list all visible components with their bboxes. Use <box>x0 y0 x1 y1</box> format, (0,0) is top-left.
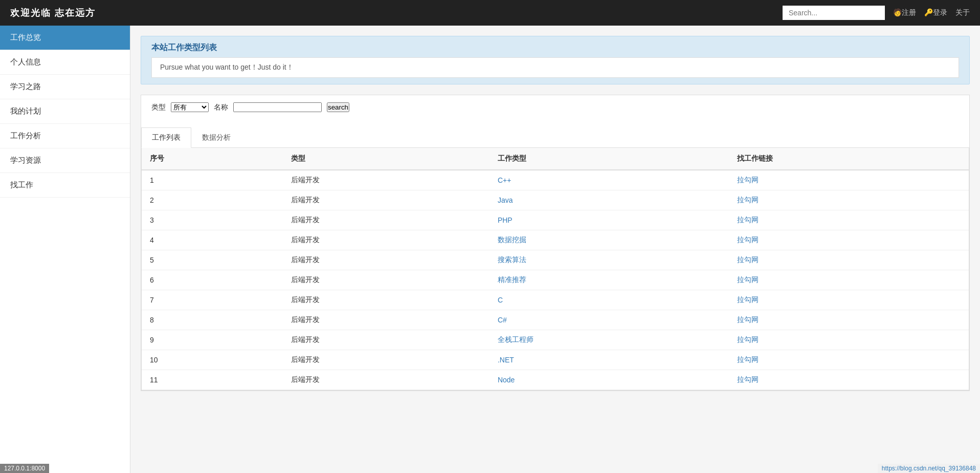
cell-category: 后端开发 <box>283 210 489 230</box>
type-label: 类型 <box>151 103 166 112</box>
cell-job-type[interactable]: Node <box>489 370 729 390</box>
cell-id: 1 <box>142 170 283 190</box>
cell-link[interactable]: 拉勾网 <box>729 230 969 250</box>
cell-id: 5 <box>142 250 283 270</box>
cell-id: 3 <box>142 210 283 230</box>
cell-id: 7 <box>142 290 283 310</box>
sidebar-item-work-overview[interactable]: 工作总览 <box>0 26 130 50</box>
sidebar-item-personal-info[interactable]: 个人信息 <box>0 50 130 75</box>
table-row: 4 后端开发 数据挖掘 拉勾网 <box>142 230 969 250</box>
table-row: 5 后端开发 搜索算法 拉勾网 <box>142 250 969 270</box>
cell-job-type[interactable]: 精准推荐 <box>489 270 729 290</box>
cell-link[interactable]: 拉勾网 <box>729 310 969 330</box>
cell-id: 10 <box>142 350 283 370</box>
cell-id: 8 <box>142 310 283 330</box>
cell-category: 后端开发 <box>283 270 489 290</box>
tab-data-analysis[interactable]: 数据分析 <box>191 127 241 148</box>
table-row: 11 后端开发 Node 拉勾网 <box>142 370 969 390</box>
table-row: 3 后端开发 PHP 拉勾网 <box>142 210 969 230</box>
table-container: 序号 类型 工作类型 找工作链接 1 后端开发 C++ 拉勾网 2 后端开发 J… <box>141 148 969 391</box>
table-header-row: 序号 类型 工作类型 找工作链接 <box>142 148 969 170</box>
table-row: 1 后端开发 C++ 拉勾网 <box>142 170 969 190</box>
cell-link[interactable]: 拉勾网 <box>729 290 969 310</box>
sidebar-item-learning-path[interactable]: 学习之路 <box>0 75 130 99</box>
page-banner-subtitle: Pursue what you want to get！Just do it！ <box>151 57 959 78</box>
cell-link[interactable]: 拉勾网 <box>729 330 969 350</box>
cell-link[interactable]: 拉勾网 <box>729 170 969 190</box>
tabs: 工作列表 数据分析 <box>141 127 969 148</box>
name-label: 名称 <box>214 103 228 112</box>
cell-category: 后端开发 <box>283 310 489 330</box>
cell-category: 后端开发 <box>283 330 489 350</box>
page-banner: 本站工作类型列表 Pursue what you want to get！Jus… <box>141 36 970 84</box>
type-select[interactable]: 所有 后端开发 前端开发 移动开发 数据分析 <box>171 102 209 112</box>
cell-job-type[interactable]: C# <box>489 310 729 330</box>
cell-link[interactable]: 拉勾网 <box>729 270 969 290</box>
cell-link[interactable]: 拉勾网 <box>729 350 969 370</box>
table-row: 2 后端开发 Java 拉勾网 <box>142 190 969 210</box>
page-banner-title: 本站工作类型列表 <box>151 42 959 53</box>
job-table: 序号 类型 工作类型 找工作链接 1 后端开发 C++ 拉勾网 2 后端开发 J… <box>142 148 969 390</box>
cell-category: 后端开发 <box>283 290 489 310</box>
about-button[interactable]: 关于 <box>955 8 970 17</box>
sidebar-item-work-analysis[interactable]: 工作分析 <box>0 124 130 148</box>
search-panel: 类型 所有 后端开发 前端开发 移动开发 数据分析 名称 search 工作列表… <box>141 95 970 391</box>
col-job-type: 工作类型 <box>489 148 729 170</box>
cell-job-type[interactable]: C++ <box>489 170 729 190</box>
search-input[interactable] <box>783 6 885 20</box>
footer-status: 127.0.0.1:8000 <box>0 464 49 473</box>
register-button[interactable]: 🧑注册 <box>893 8 916 17</box>
sidebar-item-find-job[interactable]: 找工作 <box>0 173 130 198</box>
cell-category: 后端开发 <box>283 170 489 190</box>
cell-link[interactable]: 拉勾网 <box>729 370 969 390</box>
sidebar: 工作总览 个人信息 学习之路 我的计划 工作分析 学习资源 找工作 <box>0 26 130 473</box>
header: 欢迎光临 志在远方 🧑注册 🔑登录 关于 <box>0 0 980 26</box>
layout: 工作总览 个人信息 学习之路 我的计划 工作分析 学习资源 找工作 本站工作类型… <box>0 26 980 473</box>
cell-id: 4 <box>142 230 283 250</box>
cell-job-type[interactable]: C <box>489 290 729 310</box>
cell-category: 后端开发 <box>283 370 489 390</box>
table-row: 7 后端开发 C 拉勾网 <box>142 290 969 310</box>
cell-link[interactable]: 拉勾网 <box>729 210 969 230</box>
col-link: 找工作链接 <box>729 148 969 170</box>
table-row: 9 后端开发 全栈工程师 拉勾网 <box>142 330 969 350</box>
table-row: 10 后端开发 .NET 拉勾网 <box>142 350 969 370</box>
table-row: 8 后端开发 C# 拉勾网 <box>142 310 969 330</box>
cell-job-type[interactable]: 全栈工程师 <box>489 330 729 350</box>
sidebar-item-learning-resources[interactable]: 学习资源 <box>0 148 130 173</box>
table-row: 6 后端开发 精准推荐 拉勾网 <box>142 270 969 290</box>
cell-job-type[interactable]: Java <box>489 190 729 210</box>
header-right: 🧑注册 🔑登录 关于 <box>783 6 970 20</box>
cell-category: 后端开发 <box>283 190 489 210</box>
login-button[interactable]: 🔑登录 <box>924 8 947 17</box>
cell-category: 后端开发 <box>283 250 489 270</box>
name-input[interactable] <box>233 102 322 112</box>
search-button[interactable]: search <box>327 102 349 112</box>
cell-id: 11 <box>142 370 283 390</box>
col-category: 类型 <box>283 148 489 170</box>
cell-job-type[interactable]: 搜索算法 <box>489 250 729 270</box>
cell-link[interactable]: 拉勾网 <box>729 250 969 270</box>
cell-id: 2 <box>142 190 283 210</box>
cell-job-type[interactable]: 数据挖掘 <box>489 230 729 250</box>
footer-link[interactable]: https://blog.csdn.net/qq_39136848 <box>878 464 980 473</box>
search-panel-inner: 类型 所有 后端开发 前端开发 移动开发 数据分析 名称 search <box>141 95 969 119</box>
cell-job-type[interactable]: PHP <box>489 210 729 230</box>
cell-job-type[interactable]: .NET <box>489 350 729 370</box>
cell-id: 9 <box>142 330 283 350</box>
tab-job-list[interactable]: 工作列表 <box>141 127 191 148</box>
cell-id: 6 <box>142 270 283 290</box>
cell-category: 后端开发 <box>283 230 489 250</box>
col-id: 序号 <box>142 148 283 170</box>
sidebar-item-my-plan[interactable]: 我的计划 <box>0 99 130 124</box>
main-content: 本站工作类型列表 Pursue what you want to get！Jus… <box>130 26 980 473</box>
brand-logo: 欢迎光临 志在远方 <box>10 7 96 19</box>
cell-link[interactable]: 拉勾网 <box>729 190 969 210</box>
cell-category: 后端开发 <box>283 350 489 370</box>
